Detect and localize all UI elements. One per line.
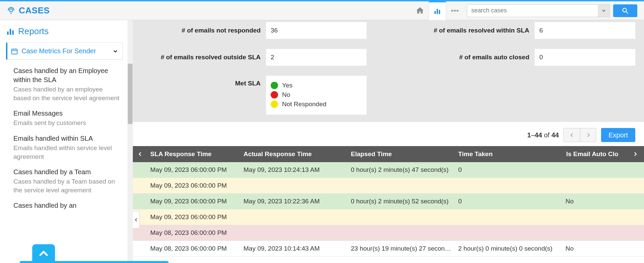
pager-next-button[interactable] — [580, 128, 596, 142]
svg-rect-3 — [437, 9, 438, 14]
search-icon — [622, 7, 629, 14]
legend-entry: Yes — [271, 82, 362, 89]
sidebar-scroll-thumb[interactable] — [128, 64, 132, 124]
table-row[interactable]: May 09, 2023 06:00:00 PM — [133, 178, 644, 194]
table-scroll-right-button[interactable] — [629, 146, 641, 162]
pager-buttons — [564, 128, 596, 142]
sidebar-scrollbar[interactable] — [127, 20, 133, 263]
status-dot-icon — [271, 101, 278, 108]
table-body: May 09, 2023 06:00:00 PMMay 09, 2023 10:… — [133, 162, 644, 257]
chevron-left-icon — [134, 217, 139, 222]
metrics-panel: # of emails not responded 36 # of emails… — [133, 20, 644, 122]
bar-chart-icon — [433, 7, 442, 15]
table-row[interactable]: May 09, 2023 06:00:00 PM — [133, 209, 644, 225]
table-row[interactable]: May 09, 2023 06:00:00 PMMay 09, 2023 10:… — [133, 194, 644, 209]
cell-taken: 0 — [455, 198, 562, 205]
brand: CASES — [7, 5, 50, 16]
svg-point-5 — [451, 9, 453, 11]
calendar-icon — [11, 48, 18, 55]
table-row[interactable]: May 08, 2023 06:00:00 PM — [133, 225, 644, 241]
cell-auto: No — [562, 245, 644, 252]
chevron-down-icon — [112, 48, 118, 54]
sidebar-item-desc: Emails handled within service level agre… — [13, 144, 121, 161]
sidebar-item[interactable]: Cases handled by a TeamCases handled by … — [6, 165, 123, 198]
search-group — [467, 4, 637, 17]
reports-tab-button[interactable] — [429, 1, 446, 20]
cell-actual: May 09, 2023 10:24:13 AM — [240, 166, 347, 174]
metric-value-resolved-within-sla: 6 — [535, 22, 635, 39]
legend-label: No — [282, 91, 290, 98]
export-button[interactable]: Export — [601, 128, 635, 142]
col-header-sla[interactable]: SLA Response Time — [133, 150, 240, 158]
pager-prev-button[interactable] — [564, 128, 580, 142]
sidebar-section-title: Reports — [6, 26, 123, 37]
sidebar-item-desc: Cases handled by a Team based on the ser… — [13, 177, 121, 194]
sidebar-item-title: Cases handled by an — [13, 201, 121, 210]
table-row[interactable]: May 08, 2023 06:00:00 PMMay 09, 2023 10:… — [133, 241, 644, 257]
ellipsis-icon — [449, 5, 460, 16]
sidebar-title-text: Reports — [18, 26, 49, 37]
list-toolbar: 1–44 of 44 Export — [133, 128, 644, 146]
col-header-actual[interactable]: Actual Response Time — [240, 150, 347, 158]
sidebar-item-title: Emails handled within SLA — [13, 134, 121, 143]
sidebar-item[interactable]: Cases handled by an — [6, 198, 123, 214]
col-header-elapsed[interactable]: Elapsed Time — [347, 150, 455, 158]
legend-entry: Not Responded — [271, 101, 362, 108]
svg-rect-2 — [434, 11, 436, 14]
chevron-left-icon — [569, 132, 575, 138]
brand-text: CASES — [19, 5, 50, 16]
search-scope-dropdown[interactable] — [598, 4, 610, 17]
chevron-down-icon — [601, 8, 606, 13]
cell-sla: May 08, 2023 06:00:00 PM — [133, 229, 240, 237]
table-row[interactable]: May 09, 2023 06:00:00 PMMay 09, 2023 10:… — [133, 162, 644, 178]
svg-point-8 — [623, 8, 627, 12]
table-scroll-left-button[interactable] — [134, 146, 146, 162]
sidebar: Reports Case Metrics For Sender Cases ha… — [0, 20, 133, 263]
svg-point-7 — [457, 9, 459, 11]
cell-sla: May 09, 2023 06:00:00 PM — [133, 213, 240, 221]
sidebar-item-desc: Cases handled by an employee based on th… — [13, 85, 121, 102]
cell-elapsed: 0 hour(s) 2 minute(s) 47 second(s) — [347, 166, 455, 174]
svg-rect-12 — [12, 30, 13, 35]
svg-point-6 — [454, 9, 456, 11]
sidebar-item-case-metrics-for-sender[interactable]: Case Metrics For Sender — [6, 43, 123, 60]
svg-rect-4 — [439, 10, 440, 14]
legend-label: Not Responded — [282, 101, 326, 108]
home-icon — [415, 6, 425, 15]
legend-entry: No — [271, 91, 362, 98]
search-button[interactable] — [613, 4, 637, 17]
metric-value-not-responded: 36 — [266, 22, 367, 39]
cell-taken: 0 — [455, 166, 562, 174]
cell-taken: 2 hour(s) 0 minute(s) 0 second(s) — [455, 245, 562, 252]
metric-label-met-sla: Met SLA — [142, 76, 266, 87]
metric-label-not-responded: # of emails not responded — [142, 27, 266, 34]
svg-point-1 — [10, 13, 11, 14]
bar-chart-icon — [6, 27, 15, 36]
svg-rect-13 — [12, 49, 17, 54]
search-input[interactable] — [467, 4, 598, 17]
metric-label-auto-closed: # of emails auto closed — [410, 54, 535, 61]
more-menu-button[interactable] — [446, 1, 464, 20]
met-sla-legend: YesNoNot Responded — [266, 76, 367, 115]
sidebar-item[interactable]: Email MessagesEmails sent by customers — [6, 106, 123, 131]
collapse-sidebar-button[interactable] — [133, 211, 140, 228]
cell-sla: May 09, 2023 06:00:00 PM — [133, 166, 240, 174]
cell-actual: May 09, 2023 10:22:36 AM — [240, 198, 347, 205]
expand-panel-button[interactable] — [32, 244, 55, 263]
pager-text: 1–44 of 44 — [527, 131, 559, 139]
sidebar-item[interactable]: Cases handled by an Employee within the … — [6, 64, 123, 106]
svg-rect-11 — [10, 29, 11, 35]
home-button[interactable] — [411, 1, 429, 20]
topbar: CASES — [0, 1, 644, 20]
cell-sla: May 08, 2023 06:00:00 PM — [133, 245, 240, 252]
metric-label-resolved-within-sla: # of emails resolved within SLA — [410, 27, 535, 34]
metric-label-resolved-outside-sla: # of emails resolved outside SLA — [142, 54, 266, 61]
sidebar-item[interactable]: Emails handled within SLAEmails handled … — [6, 131, 123, 165]
chevron-left-icon — [137, 151, 143, 157]
col-header-taken[interactable]: Time Taken — [455, 150, 562, 158]
cell-auto: No — [562, 198, 644, 205]
content: # of emails not responded 36 # of emails… — [133, 20, 644, 263]
cell-elapsed: 23 hour(s) 19 minute(s) 27 second(s) — [347, 245, 455, 252]
app-logo-icon — [7, 6, 15, 15]
legend-label: Yes — [282, 82, 292, 89]
